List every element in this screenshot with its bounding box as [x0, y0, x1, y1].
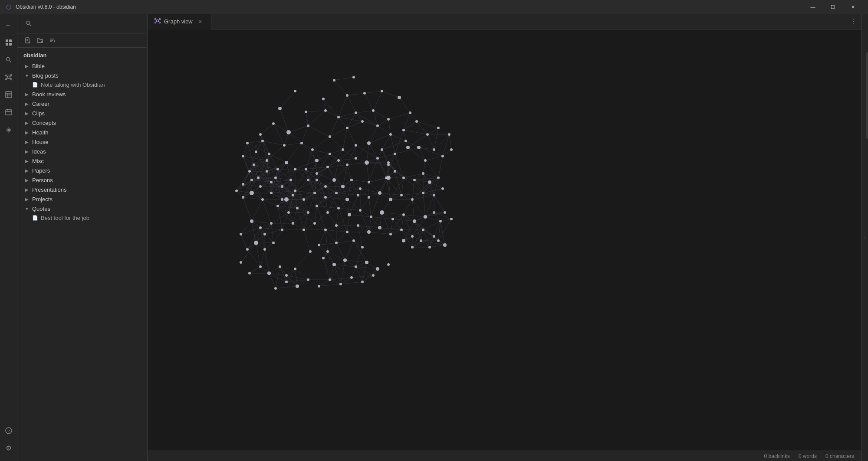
tree-item-projects[interactable]: ▶ Projects	[17, 194, 147, 204]
tree-item-concepts[interactable]: ▶ Concepts	[17, 118, 147, 128]
tree-child-best-tool[interactable]: 📄 Best tool for the job	[17, 213, 147, 222]
svg-point-800	[276, 168, 279, 170]
search-ribbon-button[interactable]	[1, 52, 16, 68]
tree-item-papers[interactable]: ▶ Papers	[17, 166, 147, 175]
svg-point-822	[400, 229, 403, 231]
svg-line-657	[260, 249, 265, 267]
svg-line-590	[430, 236, 434, 247]
svg-line-59	[382, 91, 399, 98]
svg-line-505	[352, 180, 369, 182]
svg-point-721	[342, 148, 344, 151]
svg-line-278	[391, 195, 401, 199]
svg-point-679	[346, 94, 349, 97]
maximize-button[interactable]: ☐	[823, 0, 843, 14]
svg-rect-1	[9, 39, 12, 42]
svg-line-58	[365, 93, 373, 111]
sort-button[interactable]	[47, 35, 57, 46]
svg-point-745	[411, 198, 414, 201]
new-folder-button[interactable]	[35, 35, 45, 46]
svg-line-444	[297, 208, 308, 213]
calendar-ribbon-button[interactable]	[1, 104, 16, 120]
tab-more-button[interactable]: ⋮	[845, 14, 861, 29]
tree-item-book-reviews[interactable]: ▶ Book reviews	[17, 89, 147, 99]
close-button[interactable]: ✕	[843, 0, 863, 14]
svg-line-51	[306, 112, 308, 126]
svg-point-778	[348, 213, 351, 216]
svg-point-816	[335, 224, 338, 227]
back-button[interactable]: ←	[1, 17, 16, 33]
svg-line-658	[241, 243, 256, 262]
help-ribbon-button[interactable]: ?	[1, 423, 16, 438]
tree-item-house[interactable]: ▶ House	[17, 137, 147, 147]
svg-point-851	[279, 265, 281, 268]
svg-line-149	[423, 160, 425, 173]
svg-point-817	[346, 231, 349, 233]
svg-line-459	[336, 208, 339, 226]
svg-line-378	[263, 199, 278, 206]
tree-item-bible[interactable]: ▶ Bible	[17, 61, 147, 71]
tag-ribbon-button[interactable]: ◈	[1, 121, 16, 137]
svg-line-272	[423, 193, 425, 217]
svg-line-536	[252, 221, 271, 223]
tree-item-career[interactable]: ▶ Career	[17, 99, 147, 108]
file-icon: 📄	[32, 82, 38, 88]
svg-line-564	[319, 230, 326, 245]
search-button[interactable]	[23, 17, 35, 29]
tree-item-health[interactable]: ▶ Health	[17, 128, 147, 137]
tree-item-clips[interactable]: ▶ Clips	[17, 108, 147, 118]
svg-point-732	[376, 157, 379, 160]
tree-item-presentations[interactable]: ▶ Presentations	[17, 185, 147, 194]
svg-point-702	[346, 127, 349, 129]
word-count: 0 words	[799, 453, 817, 459]
svg-point-740	[428, 180, 431, 184]
svg-line-162	[408, 134, 427, 147]
tree-item-label: Concepts	[32, 120, 141, 126]
svg-point-690	[307, 124, 309, 127]
tab-close-button[interactable]: ✕	[196, 18, 204, 26]
svg-point-681	[381, 90, 383, 92]
svg-line-285	[371, 193, 380, 217]
svg-point-853	[259, 265, 262, 268]
svg-line-541	[260, 228, 282, 230]
new-file-button[interactable]	[23, 35, 33, 46]
svg-line-129	[330, 137, 343, 150]
svg-point-759	[261, 198, 264, 201]
svg-point-692	[272, 122, 275, 125]
tree-item-ideas[interactable]: ▶ Ideas	[17, 147, 147, 156]
minimize-button[interactable]: —	[803, 0, 823, 14]
tree-item-misc[interactable]: ▶ Misc	[17, 156, 147, 166]
tree-child-note-taking[interactable]: 📄 Note taking with Obsidian	[17, 80, 147, 89]
svg-line-289	[360, 197, 369, 210]
svg-point-707	[417, 146, 421, 149]
svg-line-67	[404, 121, 417, 130]
svg-line-507	[343, 186, 360, 189]
svg-point-752	[335, 192, 338, 194]
svg-line-468	[369, 217, 371, 232]
tree-item-blog-posts[interactable]: ▼ Blog posts	[17, 71, 147, 80]
svg-point-779	[359, 209, 362, 212]
chevron-icon: ▶	[23, 167, 30, 174]
svg-line-624	[362, 269, 378, 282]
svg-line-217	[334, 165, 347, 180]
svg-text:?: ?	[7, 429, 10, 433]
graph-view[interactable]	[148, 29, 861, 451]
svg-point-682	[398, 96, 401, 99]
svg-point-810	[270, 222, 273, 225]
svg-point-815	[324, 229, 327, 231]
svg-point-799	[285, 161, 288, 164]
settings-ribbon-button[interactable]: ⚙	[1, 440, 16, 456]
svg-line-5	[10, 61, 11, 62]
graph-view-tab[interactable]: Graph view ✕	[148, 14, 211, 29]
svg-line-164	[386, 154, 395, 178]
tree-item-persons[interactable]: ▶ Persons	[17, 175, 147, 185]
svg-point-676	[278, 107, 282, 110]
table-ribbon-button[interactable]	[1, 87, 16, 102]
tree-item-quotes[interactable]: ▼ Quotes	[17, 204, 147, 213]
svg-point-38	[155, 19, 156, 20]
files-ribbon-button[interactable]	[1, 35, 16, 50]
svg-point-836	[365, 261, 368, 264]
graph-ribbon-button[interactable]	[1, 69, 16, 85]
svg-line-63	[388, 113, 410, 119]
svg-point-806	[255, 150, 257, 153]
svg-line-663	[265, 243, 273, 249]
